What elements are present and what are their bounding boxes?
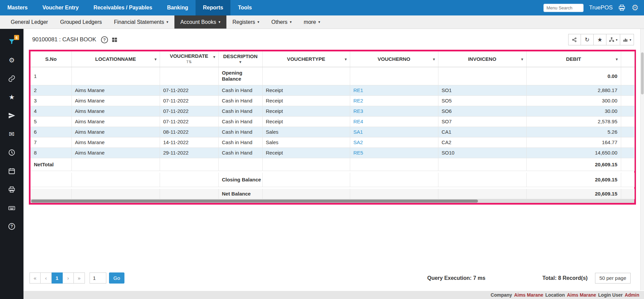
top-nav-reports[interactable]: Reports	[196, 0, 230, 15]
table-row[interactable]: 7Aims Marane14-11-2022Cash in HandSalesS…	[31, 137, 634, 147]
column-header-vouchertype[interactable]: VOUCHERTYPE▾	[262, 51, 350, 67]
column-header-invoiceno[interactable]: INVOICENO▾	[438, 51, 526, 67]
menu-search-input[interactable]	[543, 4, 584, 12]
sub-nav-grouped-ledgers[interactable]: Grouped Ledgers	[54, 15, 108, 29]
vertical-scrollbar-thumb[interactable]	[641, 52, 644, 94]
voucher-link[interactable]: RE1	[354, 87, 363, 93]
column-header-description[interactable]: DESCRIPTION▾	[218, 51, 262, 67]
table-row[interactable]: 3Aims Marane07-11-2022Cash in HandReceip…	[31, 95, 634, 106]
chevron-down-icon: ▾	[166, 20, 168, 24]
goto-page-input[interactable]	[90, 272, 106, 284]
voucher-link[interactable]: SA1	[354, 129, 363, 135]
print-icon[interactable]	[618, 4, 626, 12]
go-button[interactable]: Go	[109, 272, 124, 284]
voucher-link[interactable]: RE3	[354, 108, 363, 114]
cell-invoiceno: SO7	[438, 116, 526, 127]
sub-nav-account-books[interactable]: Account Books▾	[174, 15, 226, 29]
company-label: Company	[491, 292, 512, 298]
cell-sno: 5	[31, 116, 71, 127]
cell-locationname	[71, 67, 160, 85]
cell-vouchertype: Sales	[262, 137, 350, 147]
cell-invoiceno: SO1	[438, 85, 526, 95]
sub-nav-general-ledger[interactable]: General Ledger	[5, 15, 54, 29]
column-menu-caret-icon[interactable]: ▾	[616, 57, 618, 61]
per-page-select[interactable]: 50 per page	[595, 273, 631, 284]
sitemap-dropdown-button[interactable]: ▾	[606, 34, 620, 45]
cell-voucherno: RE2	[350, 95, 438, 106]
table-row[interactable]: 1Opening Balance0.00	[31, 67, 634, 85]
column-header-debit[interactable]: DEBIT▾	[526, 51, 621, 67]
login-user-label: Login User	[598, 292, 623, 298]
cell-invoiceno: SO5	[438, 95, 526, 106]
top-nav-receivables-payables[interactable]: Receivables / Payables	[86, 0, 160, 15]
summary-row-nettotal: NetTotal20,609.15	[31, 158, 634, 171]
last-page-button[interactable]: »	[74, 272, 85, 284]
column-header-voucherdate[interactable]: VOUCHERDATET⇅▾	[160, 51, 218, 67]
star-icon[interactable]: ★	[8, 93, 16, 101]
cell-debit: 5.26	[526, 127, 621, 137]
sub-nav-financial-statements[interactable]: Financial Statements▾	[108, 15, 174, 29]
table-row[interactable]: 8Aims Marane29-11-2022Cash in HandReceip…	[31, 147, 634, 158]
column-header-voucherno[interactable]: VOUCHERNO▾	[350, 51, 438, 67]
table-row[interactable]: 6Aims Marane08-11-2022Cash in HandSalesS…	[31, 127, 634, 137]
favorite-button[interactable]: ★	[594, 34, 606, 45]
page-1-button[interactable]: 1	[52, 272, 63, 284]
top-nav-masters[interactable]: Masters	[0, 0, 35, 15]
mail-icon[interactable]: ✉	[8, 130, 16, 138]
table-row[interactable]: 2Aims Marane07-11-2022Cash in HandReceip…	[31, 85, 634, 95]
chart-dropdown-button[interactable]: ▾	[620, 34, 634, 45]
cell-sno: 1	[31, 67, 71, 85]
login-user-value: Admin	[625, 292, 639, 298]
refresh-button[interactable]: ↻	[581, 34, 594, 45]
cell-invoiceno	[438, 67, 526, 85]
report-table: S.NoLOCATIONNAME▾VOUCHERDATET⇅▾DESCRIPTI…	[31, 51, 635, 199]
sub-nav-more[interactable]: more▾	[298, 15, 326, 29]
column-menu-caret-icon[interactable]: ▾	[433, 57, 435, 61]
horizontal-scrollbar[interactable]	[31, 199, 634, 203]
settings-gear-icon[interactable]: ⚙	[631, 4, 639, 12]
sub-nav-registers[interactable]: Registers▾	[226, 15, 265, 29]
send-icon[interactable]	[8, 112, 16, 120]
clock-icon[interactable]	[8, 148, 16, 157]
footer-bar: Company Aims Marane Location Aims Marane…	[23, 291, 644, 299]
printer-icon[interactable]	[8, 185, 16, 194]
cell-voucherdate: 14-11-2022	[160, 137, 218, 147]
column-header-locationname[interactable]: LOCATIONNAME▾	[71, 51, 160, 67]
voucher-link[interactable]: RE5	[354, 150, 363, 156]
prev-page-button[interactable]: ‹	[41, 272, 52, 284]
horizontal-scrollbar-thumb[interactable]	[31, 200, 478, 203]
summary-label: Net Balance	[218, 189, 262, 199]
link-icon[interactable]	[8, 75, 16, 83]
cell-debit: 164.77	[526, 137, 621, 147]
help-icon[interactable]: ?	[101, 36, 108, 43]
top-nav-voucher-entry[interactable]: Voucher Entry	[35, 0, 86, 15]
top-nav-tools[interactable]: Tools	[230, 0, 259, 15]
column-menu-caret-icon[interactable]: ▾	[345, 57, 347, 61]
vertical-scrollbar[interactable]	[640, 29, 644, 290]
voucher-link[interactable]: SA2	[354, 139, 363, 145]
first-page-button[interactable]: «	[30, 272, 41, 284]
gear-icon[interactable]: ⚙	[8, 56, 16, 64]
filter-icon[interactable]: 6	[8, 38, 16, 46]
calendar-icon[interactable]	[8, 167, 16, 175]
column-menu-caret-icon[interactable]: ▾	[239, 59, 241, 65]
column-menu-caret-icon[interactable]: ▾	[521, 57, 523, 61]
keyboard-icon[interactable]	[8, 204, 16, 212]
top-nav-right: TruePOS ⚙	[543, 0, 644, 15]
help-icon-sidebar[interactable]: ?	[8, 222, 16, 230]
cell-filler	[621, 67, 634, 85]
column-header-s-no[interactable]: S.No	[31, 51, 71, 67]
table-row[interactable]: 4Aims Marane07-11-2022Cash in HandReceip…	[31, 106, 634, 116]
top-nav-banking[interactable]: Banking	[160, 0, 196, 15]
share-button[interactable]	[568, 34, 581, 45]
voucher-link[interactable]: RE2	[354, 98, 363, 103]
next-page-button[interactable]: ›	[63, 272, 74, 284]
column-chooser-icon[interactable]	[111, 37, 118, 43]
cell-description: Cash in Hand	[218, 147, 262, 158]
sub-nav-others[interactable]: Others▾	[265, 15, 298, 29]
table-row[interactable]: 5Aims Marane07-11-2022Cash in HandReceip…	[31, 116, 634, 127]
voucher-link[interactable]: RE4	[354, 119, 363, 124]
column-menu-caret-icon[interactable]: ▾	[213, 55, 215, 59]
summary-row-closing-balance: Closing Balance20,609.15	[31, 173, 634, 187]
column-menu-caret-icon[interactable]: ▾	[155, 57, 157, 61]
